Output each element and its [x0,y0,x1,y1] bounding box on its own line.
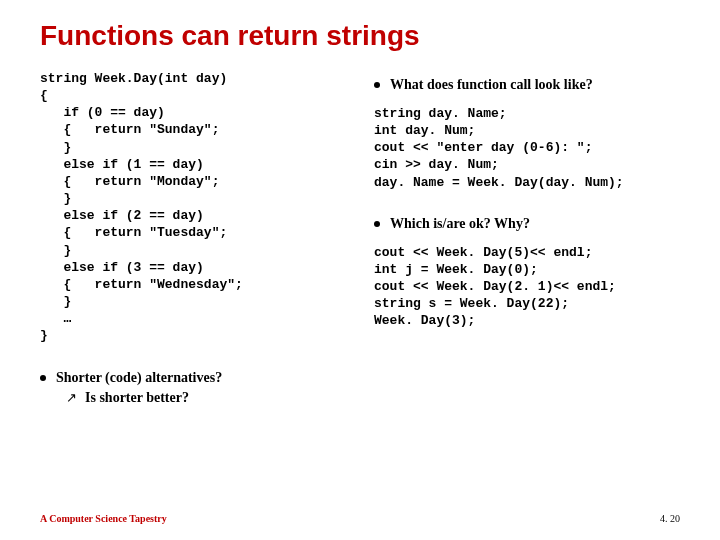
subbullet-text: Is shorter better? [85,389,189,408]
bullet-icon [40,375,46,381]
slide-title: Functions can return strings [40,20,680,52]
code-block-examples: cout << Week. Day(5)<< endl; int j = Wee… [374,244,680,330]
bullet-call-text: What does function call look like? [390,76,593,95]
slide: Functions can return strings string Week… [0,0,720,540]
content-columns: string Week.Day(int day) { if (0 == day)… [40,70,680,408]
subbullet-shorter-better: ↗ Is shorter better? [66,389,346,408]
bullet-icon [374,221,380,227]
code-block-weekday: string Week.Day(int day) { if (0 == day)… [40,70,346,345]
bullet-shorter-text: Shorter (code) alternatives? [56,369,222,388]
footer-page-number: 4. 20 [660,513,680,524]
right-column: What does function call look like? strin… [374,70,680,408]
bullet-shorter: Shorter (code) alternatives? [40,369,346,388]
arrow-icon: ↗ [66,389,77,407]
footer-source: A Computer Science Tapestry [40,513,167,524]
bullet-icon [374,82,380,88]
bullet-which-ok-text: Which is/are ok? Why? [390,215,530,234]
bullet-which-ok: Which is/are ok? Why? [374,215,680,234]
left-column: string Week.Day(int day) { if (0 == day)… [40,70,346,408]
bullet-call-like: What does function call look like? [374,76,680,95]
code-block-usage: string day. Name; int day. Num; cout << … [374,105,680,191]
